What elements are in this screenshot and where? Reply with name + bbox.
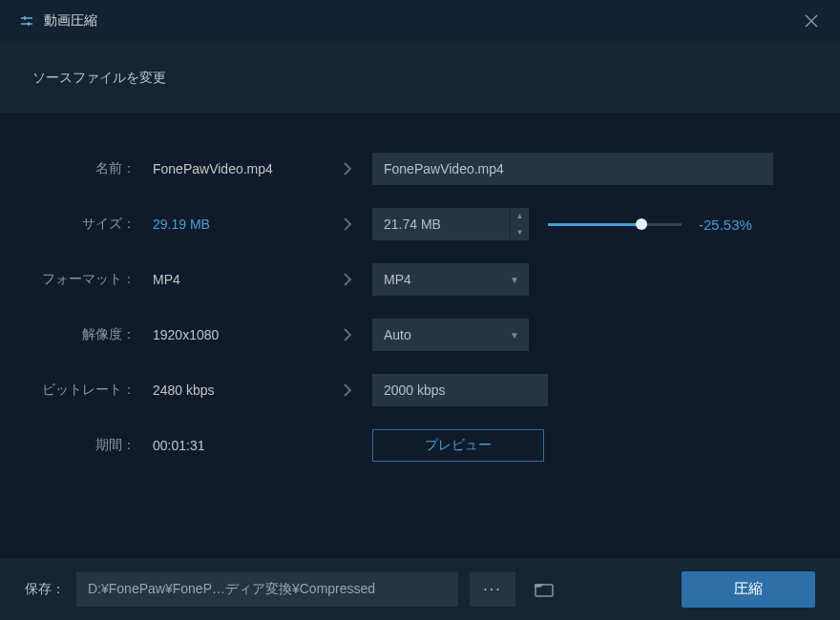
open-folder-button[interactable] — [527, 572, 561, 607]
row-bitrate: ビットレート： 2480 kbps — [29, 374, 811, 406]
row-duration: 期間： 00:01:31 プレビュー — [29, 429, 811, 462]
row-resolution: 解像度： 1920x1080 Auto ▼ — [29, 319, 811, 351]
bitrate-source: 2480 kbps — [153, 382, 325, 398]
bitrate-label: ビットレート： — [29, 382, 153, 399]
compress-button[interactable]: 圧縮 — [682, 571, 815, 608]
resolution-select-value: Auto — [384, 327, 411, 342]
row-name: 名前： FonePawVideo.mp4 — [29, 153, 811, 185]
row-size: サイズ： 29.19 MB 21.74 MB ▲ ▼ -25.53% — [29, 208, 811, 240]
form-area: 名前： FonePawVideo.mp4 サイズ： 29.19 MB 21.74… — [0, 114, 840, 504]
duration-label: 期間： — [29, 437, 153, 454]
folder-icon — [535, 582, 554, 597]
name-source: FonePawVideo.mp4 — [153, 161, 325, 176]
name-label: 名前： — [29, 160, 153, 177]
arrow-icon — [325, 215, 372, 234]
compress-icon — [19, 13, 34, 29]
format-select[interactable]: MP4 ▼ — [372, 263, 529, 296]
format-label: フォーマット： — [29, 271, 153, 288]
size-source: 29.19 MB — [153, 217, 325, 232]
window-title: 動画圧縮 — [44, 12, 97, 30]
subheader: ソースファイルを変更 — [0, 42, 840, 114]
arrow-icon — [325, 270, 372, 289]
close-icon[interactable] — [802, 11, 821, 31]
save-label: 保存： — [25, 581, 65, 598]
size-percent: -25.53% — [699, 217, 752, 233]
size-label: サイズ： — [29, 216, 153, 233]
bitrate-input[interactable] — [372, 374, 548, 406]
slider-thumb[interactable] — [636, 218, 647, 230]
size-target-spinner[interactable]: 21.74 MB ▲ ▼ — [372, 208, 529, 240]
save-path-value: D:¥FonePaw¥FoneP…ディア変換¥Compressed — [88, 581, 375, 598]
size-target-value: 21.74 MB — [372, 217, 510, 232]
size-slider[interactable] — [548, 215, 682, 234]
resolution-select[interactable]: Auto ▼ — [372, 319, 529, 351]
save-path-input[interactable]: D:¥FonePaw¥FoneP…ディア変換¥Compressed — [76, 572, 458, 607]
arrow-icon — [325, 325, 372, 344]
resolution-source: 1920x1080 — [153, 327, 325, 342]
subheader-text: ソースファイルを変更 — [32, 70, 166, 85]
chevron-down-icon: ▼ — [510, 330, 519, 341]
titlebar-left: 動画圧縮 — [19, 12, 97, 30]
resolution-label: 解像度： — [29, 326, 153, 343]
row-format: フォーマット： MP4 MP4 ▼ — [29, 263, 811, 296]
browse-button[interactable]: ··· — [470, 572, 515, 607]
arrow-icon — [325, 381, 372, 400]
chevron-down-icon: ▼ — [510, 275, 519, 285]
duration-value: 00:01:31 — [153, 438, 325, 453]
format-source: MP4 — [153, 272, 325, 287]
preview-button[interactable]: プレビュー — [372, 429, 544, 462]
titlebar: 動画圧縮 — [0, 0, 840, 42]
spinner-up-icon[interactable]: ▲ — [511, 208, 529, 224]
name-input[interactable] — [372, 153, 773, 185]
arrow-icon — [325, 159, 372, 178]
format-select-value: MP4 — [384, 272, 411, 287]
spinner-down-icon[interactable]: ▼ — [511, 224, 529, 240]
footer: 保存： D:¥FonePaw¥FoneP…ディア変換¥Compressed ··… — [0, 557, 840, 620]
